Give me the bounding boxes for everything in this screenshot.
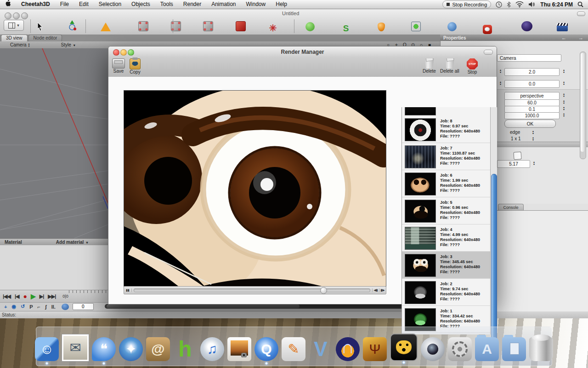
dock-webcam-app[interactable] — [421, 337, 445, 361]
far-clip-field[interactable]: 1000.0 — [504, 112, 560, 119]
object-mode-tool[interactable] — [234, 20, 248, 33]
dock-ichat[interactable]: ❝ — [92, 337, 116, 361]
menu-clock[interactable]: Thu 6:24 PM — [540, 1, 573, 8]
snap-point-icon[interactable]: ◉ — [9, 304, 18, 310]
fov-field[interactable]: 60.0 — [504, 99, 560, 106]
position-stepper2-icon[interactable] — [563, 69, 565, 74]
tab-3d-view[interactable]: 3D view — [1, 34, 28, 41]
pot-object-button[interactable] — [374, 21, 388, 34]
dock-itunes[interactable]: ♫ — [200, 337, 224, 361]
axis-tool[interactable]: ✳ — [266, 22, 280, 34]
apple-menu[interactable] — [0, 0, 16, 9]
render-button[interactable] — [520, 20, 534, 33]
job-row-3-selected[interactable]: Job: 3 Time: 345.45 sec Resolution: 640x… — [402, 252, 491, 279]
back-arrow-icon[interactable]: ← — [561, 35, 566, 40]
menu-tools[interactable]: Tools — [155, 0, 178, 9]
delete-button[interactable]: Delete — [423, 58, 436, 74]
menu-help[interactable]: Help — [271, 0, 292, 9]
near-stepper-icon[interactable] — [563, 106, 565, 111]
copy-button[interactable]: Copy — [130, 58, 141, 75]
play-button[interactable]: ▶ — [31, 293, 35, 300]
rm-toolbar-capsule[interactable] — [484, 50, 493, 55]
grid-size-label[interactable]: 1 x 1 — [511, 136, 521, 141]
dock-pen-app[interactable]: ✎ — [282, 337, 305, 361]
step-forward-button[interactable]: ▶| — [40, 293, 44, 299]
camera-name-field[interactable]: Camera — [497, 54, 561, 62]
dock-system-preferences[interactable] — [448, 337, 472, 361]
frame-forward-button[interactable]: ▮▶ — [379, 288, 386, 292]
radius-stepper-icon[interactable] — [533, 161, 535, 166]
job-scrollbar-thumb[interactable] — [491, 174, 497, 344]
menu-file[interactable]: File — [55, 0, 74, 9]
ok-button[interactable]: OK — [504, 120, 556, 128]
pause-button[interactable]: ▮▮ — [124, 288, 132, 292]
grid-stepper-icon[interactable] — [532, 137, 534, 141]
dock-applications-folder[interactable]: A — [475, 337, 499, 361]
select-tool[interactable] — [33, 20, 47, 33]
edge-stepper-icon[interactable] — [532, 130, 534, 135]
time-machine-icon[interactable] — [496, 1, 502, 8]
move-tool[interactable] — [65, 19, 79, 32]
dock-mail[interactable]: ✉ — [62, 334, 89, 361]
add-point-icon[interactable]: + — [2, 304, 9, 310]
scrubber-track[interactable] — [134, 288, 370, 292]
add-material-dropdown[interactable]: Add material — [56, 240, 88, 245]
properties-scrollbar-thumb[interactable] — [581, 53, 584, 152]
job-list-scrollbar[interactable]: ▲▼ — [490, 107, 497, 334]
key-icon[interactable]: ⌐ — [35, 304, 43, 310]
record-button[interactable]: ● — [23, 293, 27, 300]
near-clip-field[interactable]: 0.1 — [504, 106, 560, 113]
window-minimize-button[interactable] — [13, 12, 20, 19]
job-row-6[interactable]: Job: 6 Time: 1.99 sec Resolution: 640x48… — [402, 170, 491, 197]
forward-arrow-icon[interactable]: → — [578, 35, 583, 40]
tab-node-editor[interactable]: Node editor — [28, 34, 62, 41]
bluetooth-icon[interactable] — [507, 1, 511, 8]
pivot-icon[interactable]: P — [27, 304, 35, 310]
save-button[interactable]: Save — [112, 58, 125, 74]
wifi-icon[interactable] — [515, 1, 524, 7]
material-button[interactable] — [481, 23, 494, 36]
timeline-scrollbar-thumb[interactable] — [107, 305, 300, 308]
render-movie-button[interactable] — [555, 21, 569, 34]
job-row-2[interactable]: Job: 2 Time: 9.74 sec Resolution: 640x48… — [402, 279, 491, 306]
camera-object-button[interactable] — [445, 20, 459, 33]
fov-stepper-icon[interactable] — [563, 100, 565, 104]
step-back-button[interactable]: |◀ — [15, 293, 19, 299]
job-row-8[interactable]: Job: 8 Time: 0.97 sec Resolution: 640x48… — [402, 116, 491, 143]
menu-selection[interactable]: Selection — [94, 0, 126, 9]
spline-object-button[interactable]: S — [339, 22, 353, 35]
wire-sphere-button[interactable] — [409, 20, 423, 33]
rotation-stepper2-icon[interactable] — [563, 81, 565, 86]
ruler-tool[interactable] — [99, 21, 113, 34]
dock-h-app[interactable]: h — [173, 337, 197, 361]
dock-audacity[interactable]: ∩ — [336, 337, 360, 361]
menu-animation[interactable]: Animation — [206, 0, 241, 9]
rotation-field[interactable]: 0.0 — [504, 80, 560, 88]
enabled-checkbox[interactable] — [513, 151, 521, 160]
bars-icon[interactable]: Il. — [49, 304, 58, 310]
window-zoom-button[interactable] — [21, 12, 28, 19]
projection-dropdown[interactable]: perspective — [504, 92, 560, 100]
dock-quicktime[interactable]: Q — [254, 337, 278, 361]
menu-app-name[interactable]: Cheetah3D — [16, 0, 55, 9]
delete-all-button[interactable]: Delete all — [440, 58, 459, 74]
position-stepper-icon[interactable] — [500, 69, 501, 74]
job-row-7[interactable]: Job: 7 Time: 1100.87 sec Resolution: 640… — [402, 143, 491, 170]
menu-objects[interactable]: Objects — [126, 0, 155, 9]
spotlight-icon[interactable] — [577, 1, 583, 7]
layout-dropdown-button[interactable]: ▾ — [4, 20, 24, 31]
edge-mode-tool[interactable] — [169, 20, 183, 33]
dock-cocktail-app[interactable]: Ψ — [363, 337, 387, 361]
job-row-5[interactable]: Job: 5 Time: 0.96 sec Resolution: 640x48… — [402, 197, 491, 224]
curve-icon[interactable]: ʃ — [43, 304, 49, 310]
tab-console[interactable]: Console — [498, 204, 524, 211]
polygon-mode-tool[interactable] — [201, 20, 215, 33]
volume-icon[interactable] — [528, 1, 536, 7]
stop-button[interactable]: STOP Stop — [467, 58, 478, 75]
stop-recording-button[interactable]: Stop Recording — [442, 0, 491, 8]
render-manager-titlebar[interactable]: Render Manager — [108, 46, 497, 58]
camera-stepper-icon[interactable] — [28, 43, 30, 47]
camera-selector[interactable]: Camera — [10, 42, 27, 47]
position-field[interactable]: 2.0 — [504, 68, 560, 76]
dock-address-book[interactable]: @ — [146, 337, 170, 361]
